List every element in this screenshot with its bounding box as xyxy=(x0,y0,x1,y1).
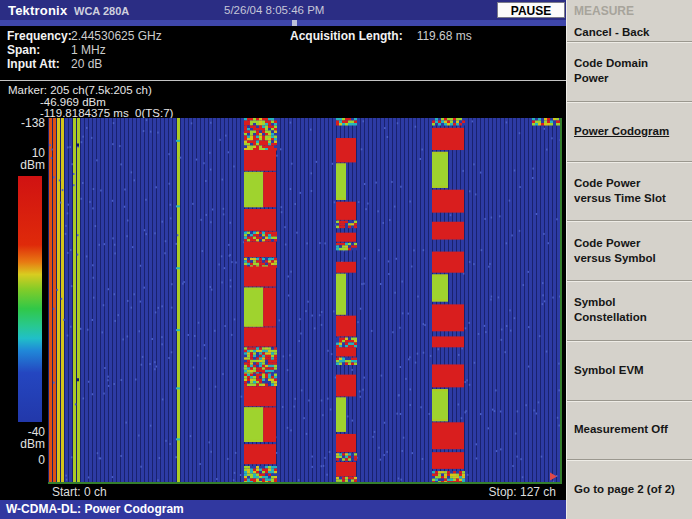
acquisition-value: 119.68 ms xyxy=(417,29,472,43)
codogram-plot-frame xyxy=(48,118,562,484)
menu-slot: Code Domain Power xyxy=(567,41,692,101)
menu-item-cancel-back[interactable]: Cancel - Back xyxy=(567,25,680,40)
frequency-value: 2.44530625 GHz xyxy=(71,29,162,43)
input-att-row: Input Att:20 dB xyxy=(7,57,102,71)
brand-logo: Tektronix xyxy=(8,3,67,18)
span-label: Span: xyxy=(7,43,71,57)
pause-button[interactable]: PAUSE xyxy=(497,2,565,18)
acquisition-row: Acquisition Length:119.68 ms xyxy=(290,29,472,43)
y-axis-top-label: -138 xyxy=(0,116,45,130)
menu-slot: Symbol EVM xyxy=(567,340,692,400)
color-scale-bar xyxy=(18,176,42,422)
scale-min-unit: dBm xyxy=(0,437,45,451)
menu-title: MEASURE xyxy=(567,0,692,18)
codogram-plot[interactable] xyxy=(48,118,560,482)
input-att-value: 20 dB xyxy=(71,57,102,71)
menu-item-code-domain-power[interactable]: Code Domain Power xyxy=(567,56,680,86)
scale-max-unit: dBm xyxy=(0,158,45,172)
acquisition-label: Acquisition Length: xyxy=(290,29,403,43)
menu-slot: Measurement Off xyxy=(567,400,692,460)
menu-slot: Code Power versus Time Slot xyxy=(567,161,692,221)
info-separator xyxy=(0,80,566,81)
status-bar: W-CDMA-DL: Power Codogram xyxy=(0,500,566,519)
frequency-row: Frequency:2.44530625 GHz xyxy=(7,29,162,43)
title-bar: Tektronix WCA 280A 5/26/04 8:05:46 PM PA… xyxy=(0,0,566,20)
menu-slot: Go to page 2 (of 2) xyxy=(567,459,692,519)
menu-slot: Code Power versus Symbol xyxy=(567,220,692,280)
menu-item-measurement-off[interactable]: Measurement Off xyxy=(567,422,680,437)
menu-item-code-power-vs-time-slot[interactable]: Code Power versus Time Slot xyxy=(567,176,680,206)
menu-slot: Power Codogram xyxy=(567,101,692,161)
menu-item-symbol-constellation[interactable]: Symbol Constellation xyxy=(567,295,680,325)
status-text: W-CDMA-DL: Power Codogram xyxy=(6,502,184,516)
menu-slot: Symbol Constellation xyxy=(567,280,692,340)
menu-item-code-power-vs-symbol[interactable]: Code Power versus Symbol xyxy=(567,236,680,266)
frequency-label: Frequency: xyxy=(7,29,71,43)
input-att-label: Input Att: xyxy=(7,57,71,71)
x-axis-start-label: Start: 0 ch xyxy=(52,485,107,499)
marker-readout-position: Marker: 205 ch(7.5k:205 ch) xyxy=(8,84,152,96)
instrument-screen: Tektronix WCA 280A 5/26/04 8:05:46 PM PA… xyxy=(0,0,692,519)
datetime-label: 5/26/04 8:05:46 PM xyxy=(224,4,324,16)
model-label: WCA 280A xyxy=(74,5,129,17)
span-value: 1 MHz xyxy=(71,43,106,57)
menu-item-power-codogram[interactable]: Power Codogram xyxy=(567,124,680,139)
menu-item-go-to-page-2[interactable]: Go to page 2 (of 2) xyxy=(567,482,680,497)
menu-item-symbol-evm[interactable]: Symbol EVM xyxy=(567,363,680,378)
y-axis-bottom-label: 0 xyxy=(0,453,45,467)
span-row: Span:1 MHz xyxy=(7,43,106,57)
menu-slot: MEASURE Cancel - Back xyxy=(567,0,692,41)
softkey-menu: MEASURE Cancel - Back Code Domain Power … xyxy=(566,0,692,519)
acquisition-progress-strip xyxy=(0,20,566,26)
progress-tick xyxy=(292,20,297,26)
x-axis-stop-label: Stop: 127 ch xyxy=(420,485,556,499)
